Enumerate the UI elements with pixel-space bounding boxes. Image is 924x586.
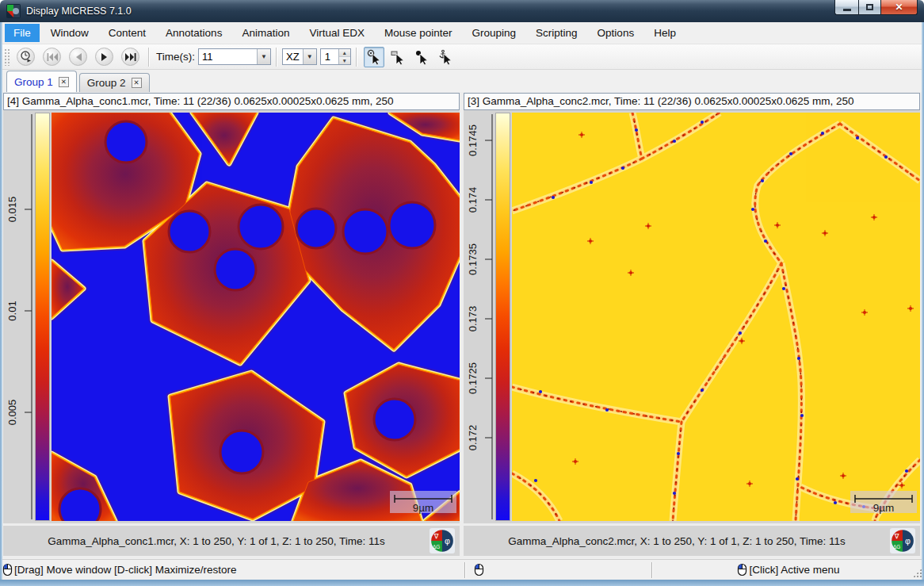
menu-help[interactable]: Help bbox=[645, 24, 685, 42]
spin-down-icon[interactable]: ▼ bbox=[339, 56, 350, 64]
toolbar: Time(s): 11 ▼ XZ ▼ 1 ▲ ▼ bbox=[0, 44, 924, 70]
panel-conc2-statusbar: Gamma_Alpha_conc2.mcr, X: 1 to 250, Y: 1… bbox=[464, 526, 920, 556]
menu-scripting[interactable]: Scripting bbox=[527, 24, 586, 42]
close-button[interactable]: ✕ bbox=[881, 0, 918, 15]
previous-timestep-button[interactable] bbox=[69, 48, 87, 66]
micress-logo: ∇ ΔG φ bbox=[890, 528, 915, 553]
previous-icon bbox=[74, 53, 82, 61]
tab-close-icon[interactable]: ✕ bbox=[59, 77, 69, 87]
toolbar-separator bbox=[148, 48, 150, 67]
spin-up-icon[interactable]: ▲ bbox=[339, 49, 350, 56]
region-select-tool[interactable] bbox=[388, 47, 408, 67]
statusbar-middle-section bbox=[466, 560, 651, 580]
menu-animation[interactable]: Animation bbox=[233, 24, 298, 42]
colorbar-tick-label: 0.174 bbox=[467, 187, 479, 213]
statusbar-left-text: [Drag] Move window [D-click] Maximize/re… bbox=[14, 564, 237, 576]
scale-bar-label: 9µm bbox=[413, 502, 434, 514]
panel-status-text: Gamma_Alpha_conc2.mcr, X: 1 to 250, Y: 1… bbox=[464, 535, 890, 547]
clock-play-icon bbox=[19, 50, 33, 64]
point-cursor-tool[interactable] bbox=[411, 47, 432, 67]
titlebar[interactable]: Display MICRESS 7.1.0 ✕ bbox=[0, 0, 924, 22]
time-label: Time(s): bbox=[156, 51, 195, 63]
logo-phi-symbol: φ bbox=[905, 536, 911, 546]
statusbar-right-text: [Click] Active menu bbox=[749, 564, 839, 576]
group-tabbar: Group 1 ✕ Group 2 ✕ bbox=[0, 70, 924, 92]
colorbar-tick-label: 0.015 bbox=[6, 197, 18, 223]
next-timestep-button[interactable] bbox=[95, 48, 113, 66]
menu-options[interactable]: Options bbox=[589, 24, 643, 42]
tab-label: Group 2 bbox=[87, 77, 126, 89]
point-cursor-icon bbox=[414, 49, 430, 65]
colorbar-gradient bbox=[495, 113, 510, 521]
colorbar-tick-label: 0.01 bbox=[6, 301, 18, 320]
app-logo-icon bbox=[6, 4, 21, 18]
slice-spinbox[interactable]: 1 ▲ ▼ bbox=[320, 48, 351, 65]
panel-conc2-body: 0.1745 0.174 0.1735 0.173 0.1725 0.172 bbox=[464, 110, 920, 523]
time-value: 11 bbox=[199, 49, 257, 64]
skip-first-icon bbox=[47, 53, 58, 61]
mouse-click-icon bbox=[737, 563, 747, 576]
dropdown-arrow-icon[interactable]: ▼ bbox=[303, 49, 316, 64]
tab-group-1[interactable]: Group 1 ✕ bbox=[6, 71, 77, 92]
menu-annotations[interactable]: Annotations bbox=[157, 24, 231, 42]
tab-label: Group 1 bbox=[14, 76, 53, 88]
menubar: File Window Content Annotations Animatio… bbox=[0, 22, 924, 44]
time-animation-button[interactable] bbox=[17, 48, 35, 66]
maximize-icon bbox=[866, 4, 873, 10]
statusbar-left-section: [Drag] Move window [D-click] Maximize/re… bbox=[0, 560, 464, 580]
anchor-cursor-tool[interactable] bbox=[435, 47, 456, 67]
menu-window[interactable]: Window bbox=[42, 24, 97, 42]
window-bottom-border bbox=[0, 580, 924, 586]
mouse-icon bbox=[474, 563, 484, 576]
first-timestep-button[interactable] bbox=[43, 48, 61, 66]
plane-value: XZ bbox=[283, 49, 303, 64]
toolbar-separator bbox=[356, 48, 357, 67]
micress-logo: ∇ ΔG φ bbox=[430, 528, 455, 553]
skip-last-icon bbox=[125, 53, 136, 61]
statusbar-right-section: [Click] Active menu bbox=[653, 560, 924, 580]
tab-group-2[interactable]: Group 2 ✕ bbox=[79, 73, 150, 92]
panel-conc1: [4] Gamma_Alpha_conc1.mcr, Time: 11 (22/… bbox=[3, 93, 460, 558]
colorbar-tick-label: 0.173 bbox=[467, 306, 479, 332]
toolbar-separator bbox=[276, 48, 277, 67]
colorbar-gradient bbox=[35, 113, 50, 521]
colorbar-tick-label: 0.1735 bbox=[467, 243, 479, 275]
panel-conc1-titlebar[interactable]: [4] Gamma_Alpha_conc1.mcr, Time: 11 (22/… bbox=[3, 93, 460, 110]
colorbar-tick-label: 0.172 bbox=[467, 425, 479, 451]
colorbar-axis: 0.015 0.01 0.005 bbox=[3, 113, 35, 521]
logo-phi-symbol: φ bbox=[445, 536, 450, 546]
phase-field-visualization[interactable]: 9µm bbox=[52, 113, 460, 521]
menu-content[interactable]: Content bbox=[100, 24, 155, 42]
panel-conc1-statusbar: Gamma_Alpha_conc1.mcr, X: 1 to 250, Y: 1… bbox=[3, 526, 460, 556]
maximize-button[interactable] bbox=[858, 0, 881, 15]
colorbar-conc1: 0.015 0.01 0.005 bbox=[3, 110, 52, 523]
menu-mouse-pointer[interactable]: Mouse pointer bbox=[376, 24, 461, 42]
zoom-cursor-tool[interactable] bbox=[364, 47, 384, 67]
colorbar-axis: 0.1745 0.174 0.1735 0.173 0.1725 0.172 bbox=[464, 113, 495, 521]
last-timestep-button[interactable] bbox=[121, 48, 139, 66]
panel-conc1-body: 0.015 0.01 0.005 bbox=[3, 110, 460, 523]
scale-bar: 9µm bbox=[850, 491, 917, 514]
menu-virtual-edx[interactable]: Virtual EDX bbox=[300, 24, 373, 42]
time-combobox[interactable]: 11 ▼ bbox=[198, 48, 271, 65]
minimize-button[interactable] bbox=[834, 0, 858, 15]
logo-nabla-symbol: ∇ bbox=[433, 532, 439, 540]
tab-close-icon[interactable]: ✕ bbox=[132, 78, 142, 88]
anchor-cursor-icon bbox=[437, 49, 453, 65]
next-icon bbox=[101, 53, 109, 61]
menu-grouping[interactable]: Grouping bbox=[464, 24, 525, 42]
scale-bar: 9µm bbox=[390, 491, 456, 514]
region-select-icon bbox=[390, 49, 406, 65]
panel-status-text: Gamma_Alpha_conc1.mcr, X: 1 to 250, Y: 1… bbox=[3, 535, 430, 547]
colorbar-tick-label: 0.005 bbox=[6, 400, 18, 426]
panel-conc2-titlebar[interactable]: [3] Gamma_Alpha_conc2.mcr, Time: 11 (22/… bbox=[464, 93, 920, 110]
logo-deltag-symbol: ΔG bbox=[433, 544, 440, 550]
concentration-field-visualization[interactable]: 9µm bbox=[512, 113, 920, 521]
statusbar: [Drag] Move window [D-click] Maximize/re… bbox=[0, 559, 924, 580]
colorbar-conc2: 0.1745 0.174 0.1735 0.173 0.1725 0.172 bbox=[464, 110, 512, 523]
menu-file[interactable]: File bbox=[5, 24, 40, 42]
dropdown-arrow-icon[interactable]: ▼ bbox=[257, 49, 270, 64]
toolbar-grip[interactable] bbox=[4, 48, 10, 66]
minimize-icon bbox=[843, 9, 851, 11]
plane-combobox[interactable]: XZ ▼ bbox=[282, 48, 317, 65]
